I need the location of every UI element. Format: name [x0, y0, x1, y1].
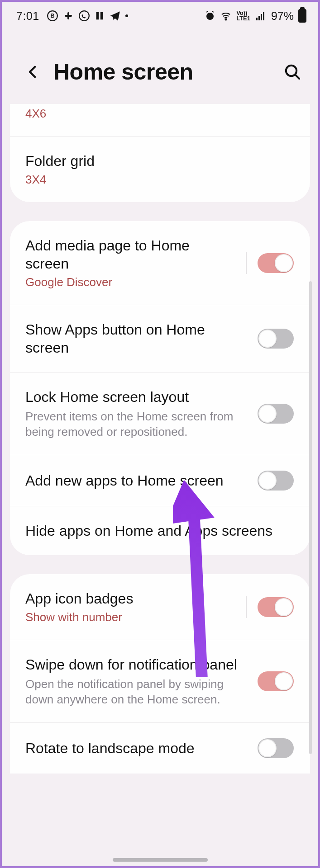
signal-icon — [255, 10, 267, 21]
status-bar: 7:01 B Vo))LTE1 97% — [2, 2, 318, 30]
add-new-apps-label: Add new apps to Home screen — [25, 472, 248, 490]
home-grid-row[interactable]: 4X6 — [10, 104, 310, 136]
rotate-row[interactable]: Rotate to landscape mode — [10, 722, 310, 774]
divider — [246, 596, 247, 618]
folder-grid-value: 3X4 — [25, 173, 294, 187]
misc-options-card: App icon badges Show with number Swipe d… — [10, 574, 310, 774]
media-page-sub: Google Discover — [25, 275, 237, 289]
svg-text:B: B — [50, 12, 54, 19]
status-left: 7:01 B — [16, 9, 128, 23]
badges-sub: Show with number — [25, 610, 237, 624]
back-button[interactable] — [23, 61, 43, 82]
wifi-icon — [220, 10, 232, 21]
rotate-label: Rotate to landscape mode — [25, 739, 248, 757]
battery-icon — [298, 9, 306, 23]
add-new-apps-toggle[interactable] — [258, 471, 294, 491]
status-time: 7:01 — [16, 9, 39, 23]
status-right: Vo))LTE1 97% — [205, 9, 306, 23]
page-title: Home screen — [53, 59, 193, 85]
add-new-apps-row[interactable]: Add new apps to Home screen — [10, 455, 310, 506]
more-notifications-dot-icon — [125, 14, 128, 17]
battery-percent: 97% — [271, 9, 294, 23]
swipe-row[interactable]: Swipe down for notification panel Open t… — [10, 640, 310, 722]
svg-rect-11 — [261, 14, 262, 20]
svg-rect-12 — [263, 12, 264, 20]
folder-grid-label: Folder grid — [25, 152, 294, 170]
swipe-label: Swipe down for notification panel — [25, 656, 248, 674]
svg-point-4 — [79, 11, 89, 21]
lock-layout-label: Lock Home screen layout — [25, 388, 248, 406]
slack-icon — [63, 10, 74, 21]
swipe-toggle[interactable] — [258, 671, 294, 691]
svg-rect-10 — [258, 16, 260, 20]
circle-b-icon: B — [47, 10, 58, 22]
home-options-card: Add media page to Home screen Google Dis… — [10, 221, 310, 555]
media-page-row[interactable]: Add media page to Home screen Google Dis… — [10, 221, 310, 305]
svg-point-8 — [225, 19, 227, 20]
search-button[interactable] — [282, 61, 303, 82]
header: Home screen — [2, 30, 318, 104]
badges-row[interactable]: App icon badges Show with number — [10, 574, 310, 640]
folder-grid-row[interactable]: Folder grid 3X4 — [10, 136, 310, 202]
home-indicator[interactable] — [113, 858, 208, 862]
svg-line-14 — [296, 75, 299, 79]
lock-layout-sub: Prevent items on the Home screen from be… — [25, 409, 248, 439]
whatsapp-icon — [78, 10, 90, 22]
rotate-toggle[interactable] — [258, 738, 294, 758]
chevron-left-icon — [25, 64, 41, 80]
hide-apps-row[interactable]: Hide apps on Home and Apps screens — [10, 506, 310, 555]
badges-toggle[interactable] — [258, 597, 294, 617]
hide-apps-label: Hide apps on Home and Apps screens — [25, 522, 294, 540]
volte-icon: Vo))LTE1 — [236, 10, 250, 21]
search-icon — [283, 63, 301, 81]
media-page-toggle[interactable] — [258, 253, 294, 273]
swipe-sub: Open the notification panel by swiping d… — [25, 676, 248, 707]
grid-settings-card: 4X6 Folder grid 3X4 — [10, 104, 310, 202]
media-page-label: Add media page to Home screen — [25, 236, 237, 273]
svg-point-7 — [206, 13, 214, 20]
telegram-icon — [109, 10, 121, 22]
apps-button-label: Show Apps button on Home screen — [25, 321, 248, 357]
svg-rect-3 — [67, 12, 69, 19]
lock-layout-toggle[interactable] — [258, 404, 294, 424]
badges-label: App icon badges — [25, 590, 237, 608]
svg-rect-9 — [256, 18, 258, 20]
divider — [246, 252, 247, 274]
scrollbar[interactable] — [309, 281, 312, 754]
svg-rect-5 — [96, 12, 99, 20]
svg-rect-6 — [100, 12, 103, 20]
apps-button-toggle[interactable] — [258, 329, 294, 349]
pause-icon — [95, 10, 105, 21]
apps-button-row[interactable]: Show Apps button on Home screen — [10, 305, 310, 372]
alarm-icon — [205, 10, 215, 21]
home-grid-value: 4X6 — [25, 107, 294, 121]
lock-layout-row[interactable]: Lock Home screen layout Prevent items on… — [10, 372, 310, 455]
